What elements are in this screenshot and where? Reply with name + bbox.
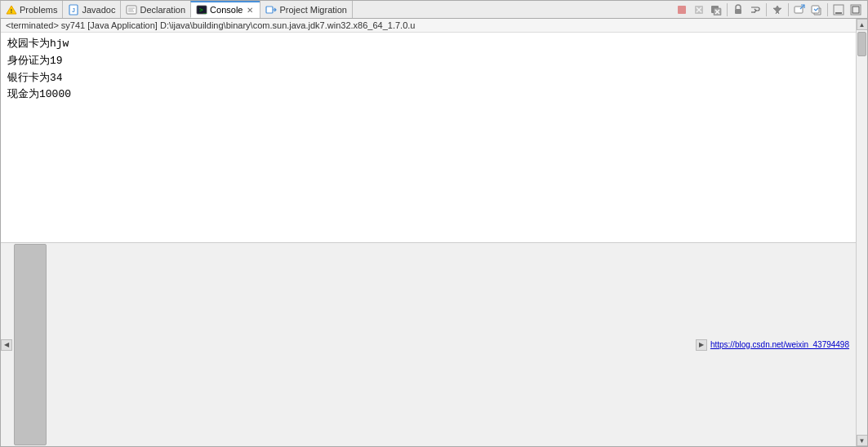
svg-rect-10 xyxy=(266,7,273,13)
vertical-scrollbar[interactable]: ▲ ▼ xyxy=(856,19,867,446)
console-content: <terminated> sy741 [Java Application] D:… xyxy=(1,19,856,446)
tab-project-migration[interactable]: Project Migration xyxy=(260,1,353,18)
console-line-3: 银行卡为34 xyxy=(7,70,849,87)
eclipse-panel: ! Problems J Javadoc xyxy=(0,0,868,447)
maximize-button[interactable] xyxy=(848,2,864,18)
console-header: <terminated> sy741 [Java Application] D:… xyxy=(1,19,856,33)
warning-icon: ! xyxy=(6,4,17,15)
sep3 xyxy=(788,3,789,16)
svg-rect-19 xyxy=(735,9,741,14)
svg-rect-23 xyxy=(812,6,819,13)
scroll-up-button[interactable]: ▲ xyxy=(857,19,868,30)
console-body[interactable]: 校园卡为hjw 身份证为19 银行卡为34 现金为10000 xyxy=(1,33,856,242)
scroll-lock-button[interactable] xyxy=(730,2,746,18)
terminated-label: <terminated> sy741 [Java Application] D:… xyxy=(6,20,415,30)
doc-icon: J xyxy=(68,4,79,15)
open-console-button[interactable] xyxy=(791,2,808,18)
svg-rect-11 xyxy=(678,6,686,14)
console-line-4: 现金为10000 xyxy=(7,86,849,104)
tab-problems[interactable]: ! Problems xyxy=(0,1,63,18)
sep2 xyxy=(766,3,767,16)
tab-console-label: Console xyxy=(210,5,243,15)
tab-javadoc-label: Javadoc xyxy=(82,5,115,15)
scroll-right-button[interactable]: ▶ xyxy=(696,339,707,351)
terminate-button[interactable] xyxy=(674,2,690,18)
sep1 xyxy=(727,3,728,16)
remove-launch-button[interactable] xyxy=(691,2,707,18)
remove-all-button[interactable] xyxy=(708,2,724,18)
tab-problems-label: Problems xyxy=(20,5,57,15)
scroll-h-track[interactable] xyxy=(12,243,696,446)
tab-toolbar xyxy=(670,1,867,19)
console-line-1: 校园卡为hjw xyxy=(7,36,849,53)
scroll-left-button[interactable]: ◀ xyxy=(1,339,12,351)
word-wrap-button[interactable] xyxy=(747,2,763,18)
tab-javadoc[interactable]: J Javadoc xyxy=(62,1,121,18)
tab-project-migration-label: Project Migration xyxy=(279,5,347,15)
sep4 xyxy=(827,3,828,16)
tab-console[interactable]: >_ Console ✕ xyxy=(190,1,260,18)
main-area: <terminated> sy741 [Java Application] D:… xyxy=(1,19,867,446)
svg-rect-27 xyxy=(852,7,859,13)
status-link[interactable]: https://blog.csdn.net/weixin_43794498 xyxy=(710,340,852,349)
svg-text:J: J xyxy=(73,7,76,13)
tab-console-close[interactable]: ✕ xyxy=(245,5,255,15)
code-icon xyxy=(126,4,137,15)
scroll-h-thumb[interactable] xyxy=(14,244,47,445)
scroll-down-button[interactable]: ▼ xyxy=(857,435,868,446)
migration-icon xyxy=(265,4,277,15)
tab-bar: ! Problems J Javadoc xyxy=(1,1,867,19)
console-line-2: 身份证为19 xyxy=(7,53,849,70)
svg-text:!: ! xyxy=(11,8,12,14)
console-list-button[interactable] xyxy=(808,2,825,18)
pin-button[interactable] xyxy=(769,2,786,18)
console-icon: >_ xyxy=(196,4,207,15)
horizontal-scrollbar[interactable]: ◀ ▶ https://blog.csdn.net/weixin_4379449… xyxy=(1,242,856,446)
minimize-button[interactable] xyxy=(830,2,847,18)
tab-declaration[interactable]: Declaration xyxy=(120,1,191,18)
scroll-v-track[interactable] xyxy=(857,30,867,435)
scroll-v-thumb[interactable] xyxy=(857,32,866,56)
svg-text:>_: >_ xyxy=(199,7,207,14)
tab-declaration-label: Declaration xyxy=(140,5,185,15)
